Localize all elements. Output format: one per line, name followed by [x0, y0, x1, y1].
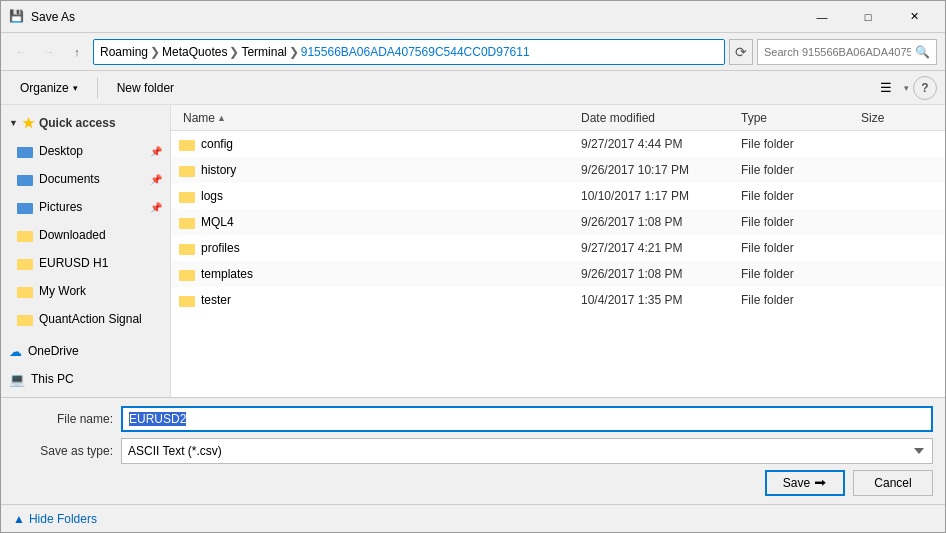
star-icon: ★ [22, 115, 35, 131]
file-date: 10/4/2017 1:35 PM [577, 293, 737, 307]
file-date: 9/26/2017 10:17 PM [577, 163, 737, 177]
title-bar: 💾 Save As — □ ✕ [1, 1, 945, 33]
file-name-cell: config [179, 136, 577, 152]
file-name: profiles [201, 241, 240, 255]
file-row[interactable]: tester10/4/2017 1:35 PMFile folder [171, 287, 945, 313]
cancel-button[interactable]: Cancel [853, 470, 933, 496]
collapse-icon: ▲ [13, 512, 25, 526]
up-button[interactable]: ↑ [65, 40, 89, 64]
back-button[interactable]: ← [9, 40, 33, 64]
sidebar-item-eurusd[interactable]: EURUSD H1 [9, 249, 170, 277]
path-terminal: Terminal [241, 45, 286, 59]
sidebar-item-documents[interactable]: Documents 📌 [9, 165, 170, 193]
new-folder-button[interactable]: New folder [106, 75, 185, 101]
file-name-cell: tester [179, 292, 577, 308]
file-name-cell: MQL4 [179, 214, 577, 230]
help-button[interactable]: ? [913, 76, 937, 100]
filename-row: File name: [13, 406, 933, 432]
save-as-dialog: 💾 Save As — □ ✕ ← → ↑ Roaming ❯ MetaQuot… [0, 0, 946, 533]
address-path[interactable]: Roaming ❯ MetaQuotes ❯ Terminal ❯ 915566… [93, 39, 725, 65]
sidebar: ▼ ★ Quick access Desktop 📌 Documents 📌 [1, 105, 171, 397]
file-rows-container: config9/27/2017 4:44 PMFile folderhistor… [171, 131, 945, 313]
file-type: File folder [737, 215, 857, 229]
search-input[interactable] [764, 46, 911, 58]
sidebar-item-desktop[interactable]: Desktop 📌 [9, 137, 170, 165]
pictures-folder-icon [17, 199, 33, 215]
file-name: tester [201, 293, 231, 307]
bottom-area: File name: Save as type: ASCII Text (*.c… [1, 397, 945, 504]
view-button[interactable]: ☰ [872, 76, 900, 100]
sidebar-desktop-label: Desktop [39, 144, 83, 158]
main-content: ▼ ★ Quick access Desktop 📌 Documents 📌 [1, 105, 945, 397]
sidebar-thispc-label: This PC [31, 372, 74, 386]
sidebar-item-thispc[interactable]: 💻 This PC [1, 365, 170, 393]
cloud-icon: ☁ [9, 344, 22, 359]
hide-folders-label: Hide Folders [29, 512, 97, 526]
close-button[interactable]: ✕ [891, 1, 937, 33]
file-list: Name ▲ Date modified Type Size config9/2… [171, 105, 945, 397]
maximize-button[interactable]: □ [845, 1, 891, 33]
sidebar-onedrive-label: OneDrive [28, 344, 79, 358]
file-row[interactable]: templates9/26/2017 1:08 PMFile folder [171, 261, 945, 287]
search-icon: 🔍 [915, 45, 930, 59]
sidebar-item-mywork[interactable]: My Work [9, 277, 170, 305]
column-size[interactable]: Size [857, 111, 937, 125]
sidebar-quantaction-label: QuantAction Signal [39, 312, 142, 326]
file-type: File folder [737, 189, 857, 203]
file-row[interactable]: history9/26/2017 10:17 PMFile folder [171, 157, 945, 183]
toolbar-separator [97, 78, 98, 98]
column-size-label: Size [861, 111, 884, 125]
quantaction-folder-icon [17, 311, 33, 327]
sidebar-eurusd-label: EURUSD H1 [39, 256, 108, 270]
sidebar-item-pictures[interactable]: Pictures 📌 [9, 193, 170, 221]
file-row[interactable]: config9/27/2017 4:44 PMFile folder [171, 131, 945, 157]
file-date: 10/10/2017 1:17 PM [577, 189, 737, 203]
column-type[interactable]: Type [737, 111, 857, 125]
filetype-row: Save as type: ASCII Text (*.csv) [13, 438, 933, 464]
column-name[interactable]: Name ▲ [179, 111, 577, 125]
folder-icon [179, 162, 195, 178]
sidebar-item-quantaction[interactable]: QuantAction Signal [9, 305, 170, 333]
sidebar-pictures-label: Pictures [39, 200, 82, 214]
pin-icon-desktop: 📌 [150, 146, 162, 157]
file-row[interactable]: MQL49/26/2017 1:08 PMFile folder [171, 209, 945, 235]
filename-input[interactable] [121, 406, 933, 432]
window-title: Save As [31, 10, 799, 24]
folder-icon [179, 240, 195, 256]
pin-icon-documents: 📌 [150, 174, 162, 185]
file-type: File folder [737, 241, 857, 255]
file-name-cell: templates [179, 266, 577, 282]
filename-label: File name: [13, 412, 113, 426]
cancel-label: Cancel [874, 476, 911, 490]
column-name-label: Name [183, 111, 215, 125]
sidebar-quick-access[interactable]: ▼ ★ Quick access [1, 109, 170, 137]
organize-button[interactable]: Organize ▾ [9, 75, 89, 101]
organize-label: Organize [20, 81, 69, 95]
refresh-button[interactable]: ⟳ [729, 39, 753, 65]
folder-icon [179, 188, 195, 204]
hide-folders-area: ▲ Hide Folders [1, 504, 945, 532]
sidebar-item-onedrive[interactable]: ☁ OneDrive [1, 337, 170, 365]
file-name-cell: logs [179, 188, 577, 204]
file-row[interactable]: logs10/10/2017 1:17 PMFile folder [171, 183, 945, 209]
file-name-cell: profiles [179, 240, 577, 256]
quick-access-label: Quick access [39, 116, 116, 130]
folder-icon [179, 214, 195, 230]
sidebar-documents-label: Documents [39, 172, 100, 186]
path-roaming: Roaming [100, 45, 148, 59]
filetype-select[interactable]: ASCII Text (*.csv) [121, 438, 933, 464]
file-name: logs [201, 189, 223, 203]
column-date-label: Date modified [581, 111, 655, 125]
file-type: File folder [737, 293, 857, 307]
file-date: 9/27/2017 4:44 PM [577, 137, 737, 151]
forward-button[interactable]: → [37, 40, 61, 64]
hide-folders-link[interactable]: ▲ Hide Folders [13, 512, 97, 526]
minimize-button[interactable]: — [799, 1, 845, 33]
save-button[interactable]: Save ⮕ [765, 470, 845, 496]
sidebar-item-downloaded[interactable]: Downloaded [9, 221, 170, 249]
file-row[interactable]: profiles9/27/2017 4:21 PMFile folder [171, 235, 945, 261]
file-date: 9/27/2017 4:21 PM [577, 241, 737, 255]
column-date[interactable]: Date modified [577, 111, 737, 125]
address-bar: ← → ↑ Roaming ❯ MetaQuotes ❯ Terminal ❯ … [1, 33, 945, 71]
mywork-folder-icon [17, 283, 33, 299]
